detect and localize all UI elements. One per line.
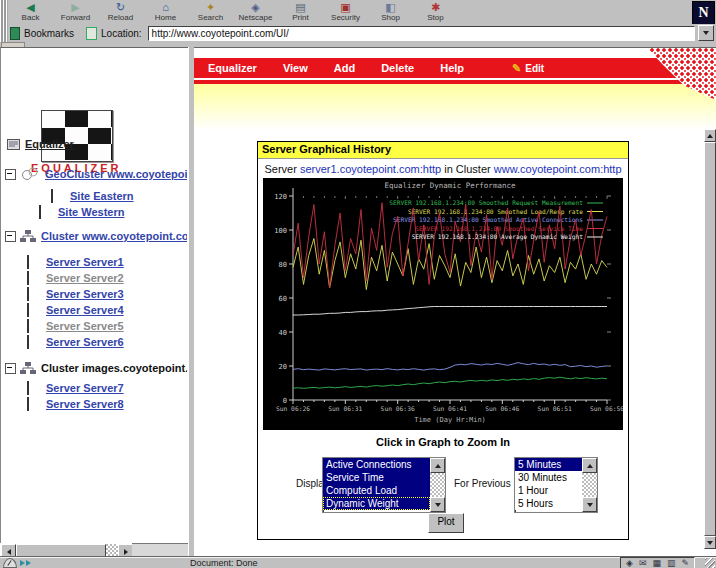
menu-item-help[interactable]: Help xyxy=(440,62,464,74)
composer-icon[interactable]: ✎ xyxy=(681,558,689,568)
navigator-icon[interactable]: ◈ xyxy=(626,558,633,568)
sidebar-item-server7[interactable]: Server Server7 xyxy=(5,380,187,396)
browser-toolbar: ◀ Back ▶ Forward ↻ Reload ⌂ Home ✦ Searc… xyxy=(0,0,716,25)
tree-expand-box[interactable] xyxy=(5,363,16,374)
home-button[interactable]: ⌂ Home xyxy=(143,0,188,24)
window-resize-grip[interactable] xyxy=(705,558,715,568)
url-dropdown-button[interactable] xyxy=(698,25,714,41)
sidebar-item-label[interactable]: GeoCluster www.coyotepoint.com xyxy=(45,168,187,180)
option-1-hour[interactable]: 1 Hour xyxy=(515,484,582,497)
netscape-logo[interactable]: N xyxy=(692,1,715,25)
sidebar-item-label[interactable]: Site Western xyxy=(58,206,124,218)
security-button[interactable]: ▣ Security xyxy=(323,0,368,24)
tree-expand-box[interactable] xyxy=(5,231,16,242)
menu-item-edit[interactable]: ✎ Edit xyxy=(512,62,544,75)
sidebar-item-geocluster[interactable]: GeoCluster www.coyotepoint.com xyxy=(5,166,187,182)
option-active-connections[interactable]: Active Connections xyxy=(323,458,430,471)
cluster-link[interactable]: www.coyotepoint.com:http xyxy=(494,163,622,175)
shop-button[interactable]: ◧ Shop xyxy=(368,0,413,24)
sidebar-item-label[interactable]: Server Server1 xyxy=(46,256,124,268)
svg-text:Sun 06:46: Sun 06:46 xyxy=(485,405,519,412)
chevron-left-icon xyxy=(7,549,11,555)
in-cluster-label: in Cluster xyxy=(444,163,490,175)
netscape-button[interactable]: ◈ Netscape xyxy=(233,0,278,24)
sidebar-item-site-eastern[interactable]: Site Eastern xyxy=(5,188,187,204)
menu-item-delete[interactable]: Delete xyxy=(381,62,414,74)
option-service-time[interactable]: Service Time xyxy=(323,471,430,484)
sidebar-item-server5[interactable]: Server Server5 xyxy=(5,318,187,334)
scrollbar-track[interactable] xyxy=(582,473,597,497)
cluster-icon xyxy=(20,362,36,375)
sidebar-item-server8[interactable]: Server Server8 xyxy=(5,396,187,412)
url-input[interactable]: http://www.coyotepoint.com/UI/ xyxy=(148,26,695,41)
sidebar-item-server2[interactable]: Server Server2 xyxy=(5,270,187,286)
listbox-scrollbar[interactable] xyxy=(430,458,445,512)
content-vertical-scrollbar[interactable] xyxy=(704,129,716,549)
forward-label: Forward xyxy=(61,13,90,22)
reload-button[interactable]: ↻ Reload xyxy=(98,0,143,24)
zoom-hint: Click in Graph to Zoom In xyxy=(258,436,628,448)
component-bar: ◈ ✉ ▦ ▥ ✎ xyxy=(620,557,695,568)
option-30-minutes[interactable]: 30 Minutes xyxy=(515,471,582,484)
search-button[interactable]: ✦ Search xyxy=(188,0,233,24)
sidebar-item-label[interactable]: Server Server3 xyxy=(46,288,124,300)
sidebar-item-label[interactable]: Site Eastern xyxy=(70,190,134,202)
option-computed-load[interactable]: Computed Load xyxy=(323,484,430,497)
sidebar-item-server3[interactable]: Server Server3 xyxy=(5,286,187,302)
newsgroups-icon[interactable]: ▦ xyxy=(652,558,661,568)
tree-expand-box[interactable] xyxy=(5,169,16,180)
sidebar-item-server4[interactable]: Server Server4 xyxy=(5,302,187,318)
transfer-arrows-icon xyxy=(20,560,32,566)
sidebar-item-label[interactable]: Cluster www.coyotepoint.com:http xyxy=(41,230,187,242)
scroll-down-button[interactable] xyxy=(582,497,597,512)
scroll-down-button[interactable] xyxy=(704,536,716,549)
sidebar-item-label[interactable]: Server Server2 xyxy=(46,272,124,284)
option-5-hours[interactable]: 5 Hours xyxy=(515,497,582,510)
back-button[interactable]: ◀ Back xyxy=(8,0,53,24)
svg-text:20: 20 xyxy=(279,363,287,371)
sidebar-item-cluster-images[interactable]: Cluster images.coyotepoint.com: xyxy=(5,360,187,376)
option-dynamic-weight[interactable]: Dynamic Weight xyxy=(323,497,430,510)
scrollbar-track[interactable] xyxy=(430,473,445,497)
inbox-icon[interactable]: ✉ xyxy=(639,558,647,568)
netscape-icon: ◈ xyxy=(251,2,259,13)
scroll-down-button[interactable] xyxy=(430,497,445,512)
locbar-grip[interactable] xyxy=(0,24,8,42)
plot-button[interactable]: Plot xyxy=(428,513,464,533)
server-link[interactable]: server1.coyotepoint.com:http xyxy=(300,163,441,175)
scrollbar-thumb[interactable] xyxy=(704,142,716,536)
option-5-minutes[interactable]: 5 Minutes xyxy=(515,458,582,471)
listbox-scrollbar[interactable] xyxy=(582,458,597,512)
stop-button[interactable]: ✱ Stop xyxy=(413,0,458,24)
addressbook-icon[interactable]: ▥ xyxy=(667,558,676,568)
sidebar-item-cluster-www[interactable]: Cluster www.coyotepoint.com:http xyxy=(5,228,187,244)
scroll-up-button[interactable] xyxy=(704,129,716,142)
security-status-icon[interactable] xyxy=(3,558,17,568)
previous-listbox[interactable]: 5 Minutes 30 Minutes 1 Hour 5 Hours xyxy=(514,457,598,513)
equalizer-menu-bar: Equalizer View Add Delete Help ✎ Edit xyxy=(194,56,716,80)
bookmarks-button[interactable]: Bookmarks xyxy=(24,28,74,39)
scroll-up-button[interactable] xyxy=(582,458,597,473)
sidebar-item-server6[interactable]: Server Server6 xyxy=(5,334,187,350)
sidebar-item-equalizer-root[interactable]: Equalizer xyxy=(5,136,187,152)
performance-graph[interactable]: Equalizer Dynamic Performance02040608010… xyxy=(263,178,623,430)
forward-button[interactable]: ▶ Forward xyxy=(53,0,98,24)
svg-text:60: 60 xyxy=(279,295,287,303)
print-button[interactable]: ▤ Print xyxy=(278,0,323,24)
toolbar-grip[interactable] xyxy=(0,0,8,24)
menu-item-view[interactable]: View xyxy=(283,62,308,74)
sidebar-item-site-western[interactable]: Site Western xyxy=(5,204,187,220)
sidebar-item-server1[interactable]: Server Server1 xyxy=(5,254,187,270)
location-proxy-icon[interactable] xyxy=(86,27,97,40)
sidebar-item-label[interactable]: Server Server6 xyxy=(46,336,124,348)
sidebar-item-label[interactable]: Equalizer xyxy=(25,138,74,150)
sidebar-item-label[interactable]: Server Server7 xyxy=(46,382,124,394)
search-label: Search xyxy=(198,13,223,22)
scroll-up-button[interactable] xyxy=(430,458,445,473)
sidebar-item-label[interactable]: Server Server8 xyxy=(46,398,124,410)
sidebar-item-label[interactable]: Server Server5 xyxy=(46,320,124,332)
menu-item-equalizer[interactable]: Equalizer xyxy=(208,62,257,74)
display-listbox[interactable]: Active Connections Service Time Computed… xyxy=(322,457,446,513)
sidebar-item-label[interactable]: Server Server4 xyxy=(46,304,124,316)
menu-item-add[interactable]: Add xyxy=(334,62,355,74)
